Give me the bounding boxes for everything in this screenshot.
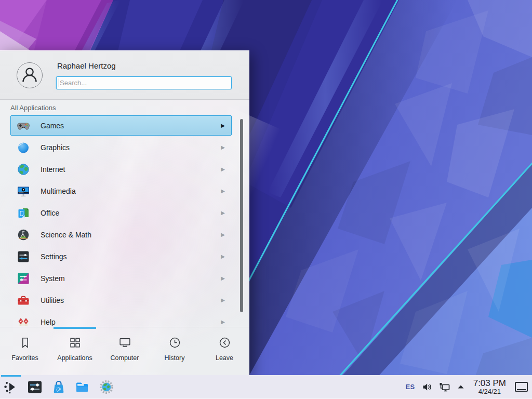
category-settings[interactable]: Settings ▶ xyxy=(10,246,232,267)
submenu-arrow-icon: ▶ xyxy=(221,254,225,259)
category-label: System xyxy=(41,274,65,283)
category-utilities[interactable]: Utilities ▶ xyxy=(10,290,232,310)
tab-label: Favorites xyxy=(11,354,38,362)
system-settings-button[interactable] xyxy=(27,379,43,395)
help-icon xyxy=(17,315,30,326)
application-launcher-menu: Raphael Hertzog All Applications Games ▶ xyxy=(0,50,249,376)
submenu-arrow-icon: ▶ xyxy=(221,123,225,128)
active-tab-indicator xyxy=(54,327,97,329)
tab-history[interactable]: History xyxy=(150,327,200,376)
category-label: Settings xyxy=(41,252,67,261)
show-desktop-button[interactable] xyxy=(515,382,528,392)
category-label: Internet xyxy=(41,165,65,174)
category-office[interactable]: Office ▶ xyxy=(10,203,232,223)
submenu-arrow-icon: ▶ xyxy=(221,298,225,303)
tab-applications[interactable]: Applications xyxy=(50,327,100,376)
expand-tray-icon[interactable] xyxy=(457,384,464,389)
user-name: Raphael Hertzog xyxy=(57,61,116,70)
tab-favorites[interactable]: Favorites xyxy=(0,327,50,376)
submenu-arrow-icon: ▶ xyxy=(221,167,225,172)
category-label: Games xyxy=(41,122,64,130)
tab-label: Computer xyxy=(111,354,139,362)
internet-icon xyxy=(17,163,30,176)
file-manager-button[interactable] xyxy=(75,379,90,395)
application-launcher-button[interactable] xyxy=(3,379,19,395)
category-list: Games ▶ Graphics ▶ xyxy=(0,115,249,326)
computer-monitor-icon xyxy=(118,336,131,349)
clock-time: 7:03 PM xyxy=(473,379,506,388)
submenu-arrow-icon: ▶ xyxy=(221,145,225,150)
kde-launcher-icon xyxy=(3,379,19,395)
settings-icon xyxy=(17,250,30,263)
category-help[interactable]: Help ▶ xyxy=(10,312,232,326)
office-icon xyxy=(17,206,30,220)
submenu-arrow-icon: ▶ xyxy=(221,320,225,325)
submenu-arrow-icon: ▶ xyxy=(221,210,225,216)
submenu-arrow-icon: ▶ xyxy=(221,232,225,237)
category-label: Graphics xyxy=(41,143,70,152)
applications-grid-icon xyxy=(69,336,82,349)
system-icon xyxy=(17,272,30,285)
discover-button[interactable] xyxy=(51,379,66,395)
category-graphics[interactable]: Graphics ▶ xyxy=(10,137,232,157)
user-avatar[interactable] xyxy=(17,62,43,88)
category-multimedia[interactable]: Multimedia ▶ xyxy=(10,181,232,201)
text-cursor xyxy=(59,78,59,87)
browser-globe-icon xyxy=(99,379,114,395)
tab-label: Leave xyxy=(216,354,233,362)
games-icon xyxy=(17,119,30,132)
discover-bag-icon xyxy=(51,379,66,395)
leave-back-icon xyxy=(218,336,231,349)
category-label: Help xyxy=(41,318,56,326)
category-games[interactable]: Games ▶ xyxy=(10,115,232,136)
category-label: Utilities xyxy=(41,296,64,304)
category-science-math[interactable]: Science & Math ▶ xyxy=(10,224,232,245)
tab-label: History xyxy=(165,354,185,362)
system-tray: ES xyxy=(406,379,528,395)
digital-clock[interactable]: 7:03 PM 4/24/21 xyxy=(473,379,506,395)
utilities-icon xyxy=(17,294,30,307)
network-icon[interactable] xyxy=(439,382,450,392)
search-input[interactable] xyxy=(56,76,232,89)
category-internet[interactable]: Internet ▶ xyxy=(10,159,232,179)
taskbar-app-icons xyxy=(3,379,114,395)
category-system[interactable]: System ▶ xyxy=(10,268,232,288)
keyboard-layout-indicator[interactable]: ES xyxy=(406,383,415,391)
volume-icon[interactable] xyxy=(422,382,432,392)
section-label-all-applications: All Applications xyxy=(10,104,56,112)
history-clock-icon xyxy=(168,336,181,349)
clock-date: 4/24/21 xyxy=(473,388,506,395)
favorites-bookmark-icon xyxy=(19,336,32,349)
multimedia-icon xyxy=(17,184,30,198)
category-label: Multimedia xyxy=(41,187,76,195)
system-settings-icon xyxy=(27,379,43,395)
category-label: Science & Math xyxy=(41,231,91,239)
desktop: Raphael Hertzog All Applications Games ▶ xyxy=(0,0,532,399)
submenu-arrow-icon: ▶ xyxy=(221,276,225,281)
graphics-icon xyxy=(17,141,30,154)
launcher-header: Raphael Hertzog xyxy=(0,51,249,100)
list-scrollbar[interactable] xyxy=(240,119,243,312)
tab-leave[interactable]: Leave xyxy=(200,327,249,376)
category-label: Office xyxy=(41,209,59,217)
science-icon xyxy=(17,228,30,242)
dolphin-folder-icon xyxy=(75,379,90,395)
submenu-arrow-icon: ▶ xyxy=(221,189,225,194)
taskbar-panel: ES xyxy=(0,375,532,399)
launcher-tab-bar: Favorites Applications Computer xyxy=(0,327,249,376)
tab-label: Applications xyxy=(57,354,92,362)
user-icon xyxy=(17,63,42,88)
web-browser-button[interactable] xyxy=(99,379,114,395)
tab-computer[interactable]: Computer xyxy=(100,327,150,376)
